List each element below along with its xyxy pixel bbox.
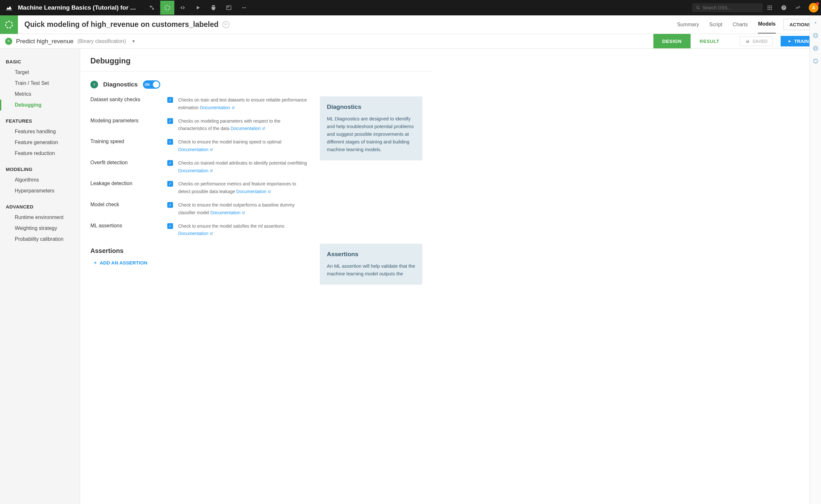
collapse-icon[interactable] (812, 19, 819, 26)
svg-rect-11 (768, 7, 768, 8)
check-label: Leakage detection (90, 180, 167, 186)
svg-rect-15 (769, 9, 770, 10)
lab-icon[interactable] (160, 1, 174, 15)
toggle-on-label: ON (145, 83, 150, 86)
more-icon[interactable] (237, 1, 251, 15)
sidebar-item-algorithms[interactable]: Algorithms (0, 175, 80, 185)
search-input[interactable] (703, 5, 759, 10)
tab-summary[interactable]: Summary (677, 15, 699, 34)
svg-rect-10 (771, 5, 772, 6)
recipe-icon[interactable] (0, 15, 18, 34)
tab-charts[interactable]: Charts (733, 15, 748, 34)
sidebar-item-hyperparameters[interactable]: Hyperparameters (0, 185, 80, 196)
svg-point-5 (245, 7, 246, 8)
tab-models[interactable]: Models (758, 15, 776, 34)
checkbox-leakage[interactable]: ✓ (167, 181, 173, 187)
checkbox-modeling[interactable]: ✓ (167, 118, 173, 124)
info-icon[interactable]: i (812, 45, 819, 52)
dashboard-icon[interactable] (222, 1, 236, 15)
doc-link[interactable]: Documentation (236, 189, 271, 194)
check-label: Modeling parameters (90, 118, 167, 124)
save-icon (745, 39, 750, 44)
sidebar-item-metrics[interactable]: Metrics (0, 89, 80, 100)
project-title[interactable]: Machine Learning Basics (Tutorial) for A… (18, 4, 140, 11)
doc-link[interactable]: Documentation (231, 126, 265, 131)
sidebar-item-target[interactable]: Target (0, 67, 80, 78)
checkbox-modelcheck[interactable]: ✓ (167, 202, 173, 208)
chat-icon[interactable] (812, 58, 819, 65)
refresh-icon[interactable]: ⟳ (223, 21, 230, 28)
diagnostics-label: Diagnostics (103, 81, 138, 88)
checkbox-speed[interactable]: ✓ (167, 139, 173, 145)
doc-link[interactable]: Documentation (200, 105, 235, 110)
external-link-icon (268, 190, 271, 193)
sidebar-item-feature-reduction[interactable]: Feature reduction (0, 148, 80, 159)
sidebar: BASIC Target Train / Test Set Metrics De… (0, 49, 80, 504)
doc-link[interactable]: Documentation (178, 231, 213, 236)
print-icon[interactable] (207, 1, 221, 15)
svg-rect-13 (771, 7, 772, 8)
external-link-icon (242, 211, 245, 215)
sidebar-item-feature-generation[interactable]: Feature generation (0, 137, 80, 148)
svg-point-0 (165, 5, 170, 10)
svg-point-4 (244, 7, 245, 8)
search-icon (696, 5, 700, 10)
search-box[interactable] (692, 3, 763, 12)
check-label: Dataset sanity checks (90, 96, 167, 102)
tab-design[interactable]: DESIGN (654, 34, 691, 48)
diagnostics-header: ⚕ Diagnostics ON (90, 80, 422, 89)
play-icon[interactable] (191, 1, 205, 15)
apps-icon[interactable] (763, 1, 777, 15)
checkbox-sanity[interactable]: ✓ (167, 97, 173, 103)
doc-link[interactable]: Documentation (210, 210, 245, 215)
diagnostics-toggle[interactable]: ON (143, 80, 160, 89)
sidebar-item-debugging[interactable]: Debugging (0, 100, 80, 110)
checkbox-mlassert[interactable]: ✓ (167, 223, 173, 229)
page-heading: Quick modeling of high_revenue on custom… (24, 20, 677, 29)
flow-icon[interactable] (145, 1, 159, 15)
svg-rect-2 (228, 6, 229, 7)
sidebar-item-probability[interactable]: Probability calibration (0, 234, 80, 245)
help-icon[interactable]: ? (777, 1, 791, 15)
code-icon[interactable] (175, 1, 190, 15)
plus-icon: ＋ (93, 260, 98, 266)
saved-button: SAVED (740, 37, 773, 46)
sidebar-group-basic: BASIC (0, 56, 80, 67)
external-link-icon (232, 106, 235, 110)
sidebar-item-weighting[interactable]: Weighting strategy (0, 223, 80, 234)
sidebar-item-features-handling[interactable]: Features handling (0, 126, 80, 137)
svg-rect-8 (768, 5, 768, 6)
doc-link[interactable]: Documentation (178, 147, 213, 152)
chevron-down-icon[interactable]: ▼ (132, 39, 135, 44)
check-label: ML assertions (90, 223, 167, 229)
predict-icon: ↻ (5, 38, 12, 45)
info-title: Diagnostics (327, 103, 415, 110)
svg-text:i: i (815, 46, 816, 50)
mode-tabs: DESIGN RESULT (654, 34, 728, 48)
info-title: Assertions (327, 251, 415, 258)
external-link-icon (210, 169, 213, 173)
check-desc: Check to ensure the model training speed… (178, 138, 310, 154)
tab-script[interactable]: Script (709, 15, 722, 34)
external-link-icon (262, 127, 265, 130)
stethoscope-icon: ⚕ (90, 81, 98, 88)
external-link-icon (210, 148, 213, 151)
app-logo[interactable] (3, 1, 15, 14)
checkbox-overfit[interactable]: ✓ (167, 160, 173, 166)
main-content: Debugging ⚕ Diagnostics ON Dataset sanit… (80, 49, 821, 504)
sidebar-item-train-test[interactable]: Train / Test Set (0, 78, 80, 89)
check-row-modeling: Modeling parameters ✓ Checks on modeling… (90, 118, 310, 133)
tab-result[interactable]: RESULT (691, 34, 728, 48)
sidebar-item-runtime[interactable]: Runtime environment (0, 212, 80, 223)
doc-link[interactable]: Documentation (178, 168, 213, 173)
user-avatar[interactable]: A (809, 3, 818, 12)
right-rail: i (809, 15, 821, 504)
svg-point-6 (697, 6, 699, 8)
add-assertion-button[interactable]: ＋ ADD AN ASSERTION (93, 260, 310, 266)
add-assertion-label: ADD AN ASSERTION (100, 260, 147, 265)
plus-icon[interactable] (812, 32, 819, 39)
train-label: TRAIN (794, 38, 809, 44)
check-desc: Check to ensure the model outperforms a … (178, 201, 310, 217)
activity-icon[interactable] (791, 1, 805, 15)
info-body: ML Diagnostics are designed to identify … (327, 115, 415, 153)
